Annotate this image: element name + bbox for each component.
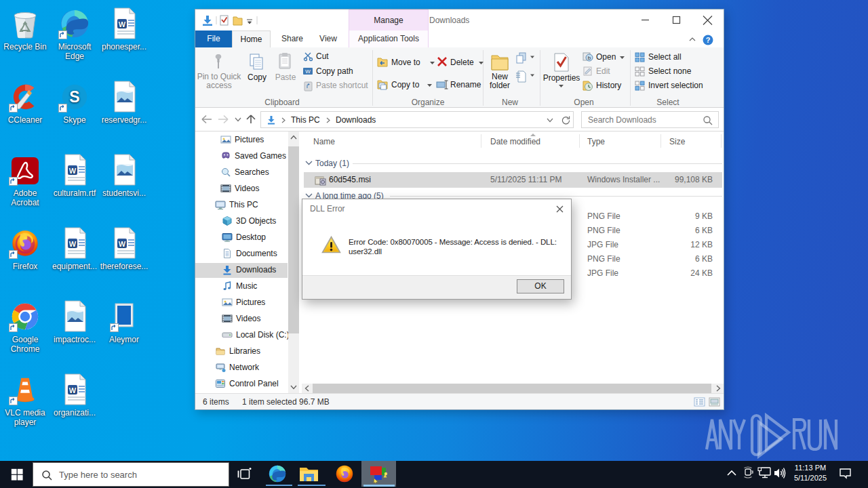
svg-text:W: W bbox=[305, 68, 311, 75]
svg-text:b: b bbox=[588, 55, 591, 61]
svg-text:W: W bbox=[119, 240, 126, 248]
svg-text:W: W bbox=[119, 20, 126, 28]
svg-text:W: W bbox=[69, 240, 77, 248]
svg-text:?: ? bbox=[706, 36, 711, 44]
svg-text:W: W bbox=[69, 167, 77, 175]
svg-text:S: S bbox=[69, 88, 79, 106]
svg-text:W: W bbox=[69, 386, 77, 394]
